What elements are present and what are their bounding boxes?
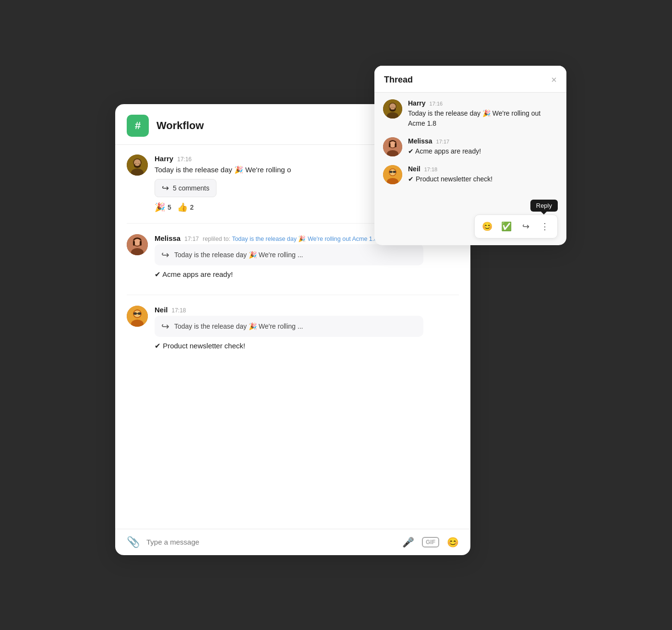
thread-header: Thread ×	[374, 66, 566, 93]
channel-icon: #	[127, 115, 149, 137]
neil-quoted-text: Today is the release day 🎉 We're rolling…	[174, 322, 303, 330]
thumbs-count: 2	[190, 203, 194, 211]
checkmark-button[interactable]: ✅	[498, 218, 515, 235]
message-input[interactable]	[146, 538, 396, 546]
thread-melissa-header: Melissa 17:17	[408, 137, 558, 145]
chat-input-bar: 📎 🎤 GIF 😊	[115, 529, 470, 555]
svg-rect-31	[395, 143, 397, 147]
gif-button[interactable]: GIF	[422, 537, 439, 547]
melissa-quoted: ↪ Today is the release day 🎉 We're rolli…	[155, 244, 423, 265]
thread-panel: Thread × Harry	[374, 66, 566, 245]
melissa-reply-link[interactable]: Today is the release day 🎉 We're rolling…	[232, 236, 377, 242]
thread-harry-time: 17:16	[430, 101, 443, 107]
quoted-arrow-icon: ↪	[161, 249, 169, 261]
melissa-username: Melissa	[155, 234, 180, 242]
thread-melissa-text: ✔ Acme apps are ready!	[408, 146, 558, 156]
svg-rect-11	[133, 241, 135, 246]
svg-rect-37	[393, 171, 396, 173]
melissa-quoted-text: Today is the release day 🎉 We're rolling…	[174, 251, 303, 259]
action-bar: 😊 ✅ ↪ ⋮	[474, 214, 558, 238]
svg-rect-18	[138, 312, 141, 315]
svg-rect-17	[133, 312, 137, 315]
melissa-reply-to: repliled to: Today is the release day 🎉 …	[203, 235, 377, 242]
party-count: 5	[168, 203, 171, 211]
reply-tooltip: Reply	[530, 200, 558, 212]
avatar-neil	[127, 306, 148, 327]
svg-rect-36	[389, 171, 393, 173]
thread-msg-melissa: Melissa 17:17 ✔ Acme apps are ready!	[383, 137, 558, 156]
thread-title: Thread	[384, 75, 413, 85]
svg-rect-30	[389, 143, 391, 147]
thread-neil-text: ✔ Product newsletter check!	[408, 174, 558, 184]
emoji-icon[interactable]: 😊	[447, 536, 459, 548]
neil-msg-text: ✔ Product newsletter check!	[155, 341, 459, 352]
thread-avatar-neil	[383, 165, 402, 184]
attach-icon[interactable]: 📎	[127, 536, 140, 548]
melissa-msg-text: ✔ Acme apps are ready!	[155, 269, 459, 280]
more-options-button[interactable]: ⋮	[536, 218, 553, 235]
emoji-react-button[interactable]: 😊	[479, 218, 496, 235]
thread-melissa-time: 17:17	[436, 139, 450, 144]
neil-msg-header: Neil 17:18	[155, 306, 459, 314]
thread-harry-name: Harry	[408, 99, 426, 107]
thread-avatar-harry	[383, 99, 402, 119]
thread-msg-neil: Neil 17:18 ✔ Product newsletter check!	[383, 165, 558, 184]
neil-quoted-arrow-icon: ↪	[161, 321, 169, 332]
reaction-party[interactable]: 🎉 5	[155, 202, 171, 213]
reply-button[interactable]: ↪	[517, 218, 534, 235]
thread-neil-name: Neil	[408, 165, 420, 173]
neil-msg-body: Neil 17:18 ↪ Today is the release day 🎉 …	[155, 306, 459, 356]
thumbs-emoji: 👍	[177, 202, 188, 213]
thread-neil-header: Neil 17:18	[408, 165, 558, 173]
thread-harry-body: Harry 17:16 Today is the release day 🎉 W…	[408, 99, 558, 129]
neil-time: 17:18	[172, 307, 186, 314]
thread-close-button[interactable]: ×	[551, 74, 557, 85]
thread-harry-text: Today is the release day 🎉 We're rolling…	[408, 108, 558, 129]
svg-point-10	[134, 239, 141, 246]
message-group-neil: Neil 17:18 ↪ Today is the release day 🎉 …	[127, 306, 459, 366]
thread-melissa-body: Melissa 17:17 ✔ Acme apps are ready!	[408, 137, 558, 156]
thread-msg-harry: Harry 17:16 Today is the release day 🎉 W…	[383, 99, 558, 129]
melissa-time: 17:17	[184, 236, 199, 242]
thread-arrow-icon: ↪	[162, 183, 169, 193]
harry-username: Harry	[155, 155, 173, 163]
thread-neil-body: Neil 17:18 ✔ Product newsletter check!	[408, 165, 558, 184]
svg-point-25	[391, 107, 395, 109]
avatar-harry	[127, 155, 148, 176]
thread-avatar-melissa	[383, 137, 402, 156]
thread-count-label: 5 comments	[173, 184, 209, 192]
svg-rect-12	[140, 241, 142, 246]
thread-messages: Harry 17:16 Today is the release day 🎉 W…	[374, 93, 566, 200]
neil-username: Neil	[155, 306, 168, 314]
thread-button[interactable]: ↪ 5 comments	[155, 179, 216, 197]
channel-name: Workflow	[156, 119, 204, 132]
thread-harry-header: Harry 17:16	[408, 99, 558, 107]
avatar-melissa	[127, 234, 148, 255]
neil-quoted: ↪ Today is the release day 🎉 We're rolli…	[155, 316, 423, 337]
party-emoji: 🎉	[155, 202, 165, 213]
svg-point-6	[135, 163, 140, 166]
input-icons: 🎤 GIF 😊	[402, 536, 459, 548]
reply-area: Reply 😊 ✅ ↪ ⋮	[374, 200, 566, 245]
thread-neil-time: 17:18	[424, 166, 438, 172]
reaction-thumbs[interactable]: 👍 2	[177, 202, 194, 213]
harry-time: 17:16	[177, 156, 192, 163]
microphone-icon[interactable]: 🎤	[402, 536, 414, 548]
thread-melissa-name: Melissa	[408, 137, 432, 145]
